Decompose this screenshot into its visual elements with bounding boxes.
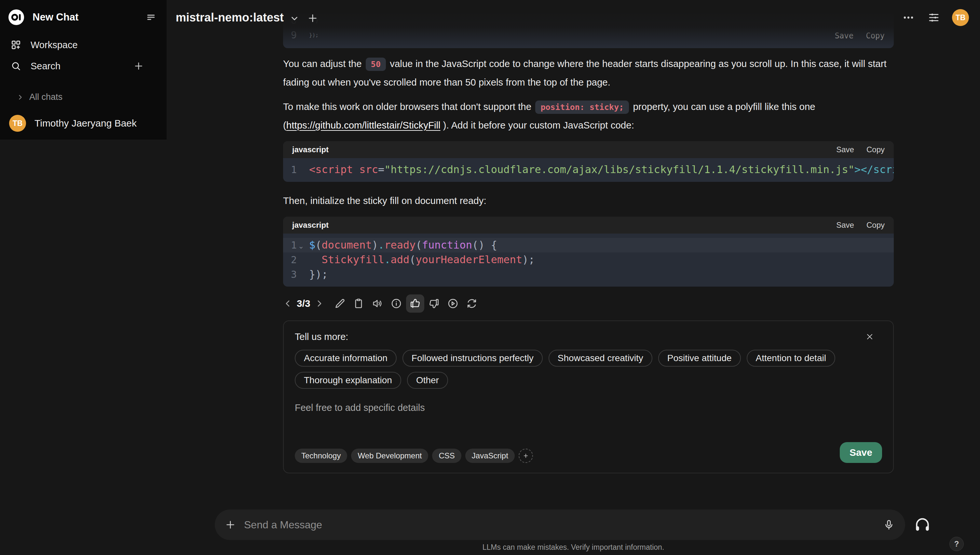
app-logo-icon xyxy=(8,10,24,25)
feedback-close-button[interactable] xyxy=(865,331,877,343)
plus-icon xyxy=(225,519,236,531)
sidebar-toggle-icon xyxy=(146,12,157,23)
code-block-javascript: javascript Save Copy 1<script src="https… xyxy=(283,141,894,182)
user-avatar: TB xyxy=(9,115,26,132)
composer: Send a Message xyxy=(215,510,931,540)
sidebar-plus-button[interactable] xyxy=(133,60,144,72)
chevron-right-icon xyxy=(314,298,324,308)
feedback-option-positive-attitude[interactable]: Positive attitude xyxy=(658,350,741,367)
markdown-link[interactable]: https://github.com/littlestair/StickyFil… xyxy=(286,120,441,130)
feedback-option-thorough-explanation[interactable]: Thorough explanation xyxy=(295,372,401,389)
plus-icon xyxy=(306,12,319,24)
tag-css[interactable]: CSS xyxy=(432,449,461,463)
feedback-save-button[interactable]: Save xyxy=(840,442,882,463)
plus-icon xyxy=(133,60,144,72)
bad-response-button[interactable] xyxy=(425,294,443,313)
call-mode-button[interactable] xyxy=(914,516,931,534)
next-message-button[interactable] xyxy=(314,298,324,308)
feedback-option-attention-to-detail[interactable]: Attention to detail xyxy=(747,350,835,367)
code-content: 1⌄$(document).ready(function() {2 Sticky… xyxy=(283,234,894,287)
feedback-option-other[interactable]: Other xyxy=(407,372,448,389)
response-paragraph: Then, initialize the sticky fill on docu… xyxy=(283,192,894,210)
regenerate-button[interactable] xyxy=(463,294,481,313)
plus-icon xyxy=(523,452,529,459)
info-circle-icon xyxy=(390,298,402,310)
feedback-option-showcased-creativity[interactable]: Showcased creativity xyxy=(549,350,652,367)
code-copy-button[interactable]: Copy xyxy=(866,221,885,230)
close-x-icon xyxy=(865,332,877,341)
text-segment: ). Add it before your custom JavaScript … xyxy=(441,120,634,130)
thumbs-down-icon xyxy=(428,298,440,310)
feedback-title: Tell us more: xyxy=(295,332,348,342)
code-content: 1<script src="https://cdnjs.cloudflare.c… xyxy=(283,158,894,182)
message-input[interactable]: Send a Message xyxy=(215,510,905,540)
inline-code: 50 xyxy=(366,58,386,71)
model-selector[interactable]: mistral-nemo:latest xyxy=(176,11,299,24)
search-icon xyxy=(10,61,21,72)
feedback-options: Accurate informationFollowed instruction… xyxy=(295,350,882,389)
ellipsis-icon xyxy=(902,11,914,24)
feedback-details-input[interactable]: Feel free to add specific details xyxy=(295,403,882,413)
help-button[interactable]: ? xyxy=(950,537,964,551)
response-paragraph: To make this work on older browsers that… xyxy=(283,98,894,134)
chat-controls-button[interactable] xyxy=(927,10,941,25)
code-line: 2 Stickyfill.add(yourHeaderElement); xyxy=(283,252,894,267)
clipboard-icon xyxy=(353,298,364,310)
message-pager-count: 3/3 xyxy=(297,298,310,309)
code-language-label: javascript xyxy=(292,145,836,154)
workspace-label: Workspace xyxy=(30,40,156,50)
feedback-tags: TechnologyWeb DevelopmentCSSJavaScript xyxy=(295,449,840,463)
tag-technology[interactable]: Technology xyxy=(295,449,347,463)
text-segment: You can adjust the xyxy=(283,58,364,69)
main-area: 8 }9}); Save Copy You can adjust the 50 … xyxy=(167,0,980,555)
chat-message-content: 8 }9}); Save Copy You can adjust the 50 … xyxy=(283,0,894,473)
good-response-button[interactable] xyxy=(406,294,424,313)
tag-javascript[interactable]: JavaScript xyxy=(465,449,515,463)
header-new-chat-button[interactable] xyxy=(306,12,319,24)
microphone-icon xyxy=(883,519,895,531)
code-line: 3}); xyxy=(283,267,894,282)
read-aloud-button[interactable] xyxy=(368,294,387,313)
code-save-button[interactable]: Save xyxy=(836,221,854,230)
code-save-button[interactable]: Save xyxy=(836,145,854,154)
info-button[interactable] xyxy=(387,294,406,313)
feedback-option-followed-instructions-perfectly[interactable]: Followed instructions perfectly xyxy=(403,350,543,367)
code-block-javascript: javascript Save Copy 1⌄$(document).ready… xyxy=(283,217,894,287)
model-name: mistral-nemo:latest xyxy=(176,11,284,24)
sidebar: New Chat Workspace Search xyxy=(0,0,167,140)
speaker-icon xyxy=(372,298,383,310)
sidebar-item-all-chats[interactable]: All chats xyxy=(5,88,161,106)
open-webui-app: New Chat Workspace Search xyxy=(0,0,980,555)
top-bar: mistral-nemo:latest TB xyxy=(167,0,980,35)
edit-message-button[interactable] xyxy=(330,294,349,313)
sidebar-item-workspace[interactable]: Workspace xyxy=(5,35,161,55)
message-pager: 3/3 xyxy=(283,298,324,309)
copy-response-button[interactable] xyxy=(350,294,368,313)
new-chat-button[interactable]: New Chat xyxy=(0,0,167,34)
code-line: 1<script src="https://cdnjs.cloudflare.c… xyxy=(283,162,894,177)
search-label: Search xyxy=(30,61,124,72)
sidebar-item-search[interactable]: Search xyxy=(5,56,161,76)
add-tag-button[interactable] xyxy=(519,449,533,463)
thumbs-up-icon xyxy=(409,298,421,310)
continue-response-button[interactable] xyxy=(444,294,462,313)
code-block-header: javascript Save Copy xyxy=(283,217,894,234)
user-menu-button[interactable]: TB Timothy Jaeryang Baek xyxy=(0,107,167,140)
header-avatar-button[interactable]: TB xyxy=(952,9,969,26)
user-name: Timothy Jaeryang Baek xyxy=(34,118,137,129)
tag-web-development[interactable]: Web Development xyxy=(351,449,428,463)
feedback-option-accurate-information[interactable]: Accurate information xyxy=(295,350,397,367)
chat-menu-button[interactable] xyxy=(901,10,916,25)
response-paragraph: You can adjust the 50 value in the JavaS… xyxy=(283,55,894,91)
code-copy-button[interactable]: Copy xyxy=(866,145,885,154)
message-actions: 3/3 xyxy=(283,294,894,313)
attach-button[interactable] xyxy=(225,519,236,531)
code-block-header: javascript Save Copy xyxy=(283,141,894,158)
chevron-left-icon xyxy=(283,298,293,308)
all-chats-label: All chats xyxy=(29,92,156,102)
voice-input-button[interactable] xyxy=(883,519,895,531)
chevron-right-icon xyxy=(16,93,24,101)
previous-message-button[interactable] xyxy=(283,298,293,308)
sidebar-toggle-button[interactable] xyxy=(144,10,158,24)
play-circle-icon xyxy=(447,298,459,310)
